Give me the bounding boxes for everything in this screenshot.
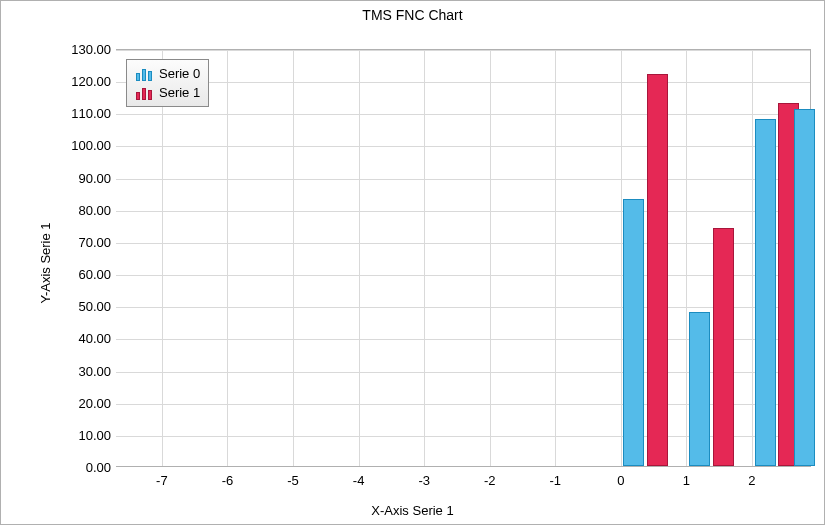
x-tick-label: 1 bbox=[683, 473, 690, 488]
bar[interactable] bbox=[794, 109, 815, 466]
gridline-v bbox=[227, 50, 228, 466]
legend-item-serie-1[interactable]: Serie 1 bbox=[133, 83, 202, 102]
plot-area bbox=[116, 49, 811, 467]
y-tick-label: 120.00 bbox=[71, 74, 111, 89]
x-axis-label: X-Axis Serie 1 bbox=[1, 503, 824, 518]
y-tick-label: 90.00 bbox=[78, 170, 111, 185]
gridline-v bbox=[490, 50, 491, 466]
y-tick-label: 80.00 bbox=[78, 202, 111, 217]
gridline-h bbox=[116, 275, 810, 276]
y-tick-label: 40.00 bbox=[78, 331, 111, 346]
gridline-h bbox=[116, 50, 810, 51]
bar[interactable] bbox=[647, 74, 668, 466]
gridline-h bbox=[116, 211, 810, 212]
chart-frame: TMS FNC Chart Y-Axis Serie 1 X-Axis Seri… bbox=[0, 0, 825, 525]
gridline-h bbox=[116, 307, 810, 308]
x-tick-label: -5 bbox=[287, 473, 299, 488]
bar[interactable] bbox=[755, 119, 776, 466]
x-tick-label: -3 bbox=[418, 473, 430, 488]
gridline-h bbox=[116, 243, 810, 244]
y-tick-label: 50.00 bbox=[78, 299, 111, 314]
gridline-h bbox=[116, 82, 810, 83]
gridline-h bbox=[116, 114, 810, 115]
gridline-v bbox=[621, 50, 622, 466]
bar[interactable] bbox=[689, 312, 710, 466]
y-tick-label: 130.00 bbox=[71, 42, 111, 57]
gridline-v bbox=[424, 50, 425, 466]
bar[interactable] bbox=[623, 199, 644, 466]
y-tick-label: 110.00 bbox=[71, 106, 111, 121]
x-tick-label: 2 bbox=[748, 473, 755, 488]
x-tick-label: -7 bbox=[156, 473, 168, 488]
legend-item-serie-0[interactable]: Serie 0 bbox=[133, 64, 202, 83]
gridline-h bbox=[116, 146, 810, 147]
x-tick-label: -2 bbox=[484, 473, 496, 488]
legend-label: Serie 1 bbox=[159, 85, 200, 100]
y-tick-label: 0.00 bbox=[86, 460, 111, 475]
gridline-v bbox=[162, 50, 163, 466]
y-tick-label: 10.00 bbox=[78, 427, 111, 442]
chart-title: TMS FNC Chart bbox=[1, 7, 824, 23]
x-tick-label: -6 bbox=[222, 473, 234, 488]
bar[interactable] bbox=[713, 228, 734, 466]
y-tick-label: 20.00 bbox=[78, 395, 111, 410]
gridline-v bbox=[686, 50, 687, 466]
x-tick-label: 0 bbox=[617, 473, 624, 488]
gridline-v bbox=[752, 50, 753, 466]
gridline-v bbox=[555, 50, 556, 466]
gridline-v bbox=[293, 50, 294, 466]
x-tick-label: -4 bbox=[353, 473, 365, 488]
y-tick-label: 30.00 bbox=[78, 363, 111, 378]
bar-chart-icon bbox=[135, 67, 153, 81]
y-tick-label: 70.00 bbox=[78, 234, 111, 249]
y-tick-label: 100.00 bbox=[71, 138, 111, 153]
legend: Serie 0 Serie 1 bbox=[126, 59, 209, 107]
gridline-v bbox=[359, 50, 360, 466]
gridline-h bbox=[116, 179, 810, 180]
bar-chart-icon bbox=[135, 86, 153, 100]
y-tick-label: 60.00 bbox=[78, 267, 111, 282]
x-tick-label: -1 bbox=[550, 473, 562, 488]
y-axis-label: Y-Axis Serie 1 bbox=[38, 222, 53, 303]
legend-label: Serie 0 bbox=[159, 66, 200, 81]
